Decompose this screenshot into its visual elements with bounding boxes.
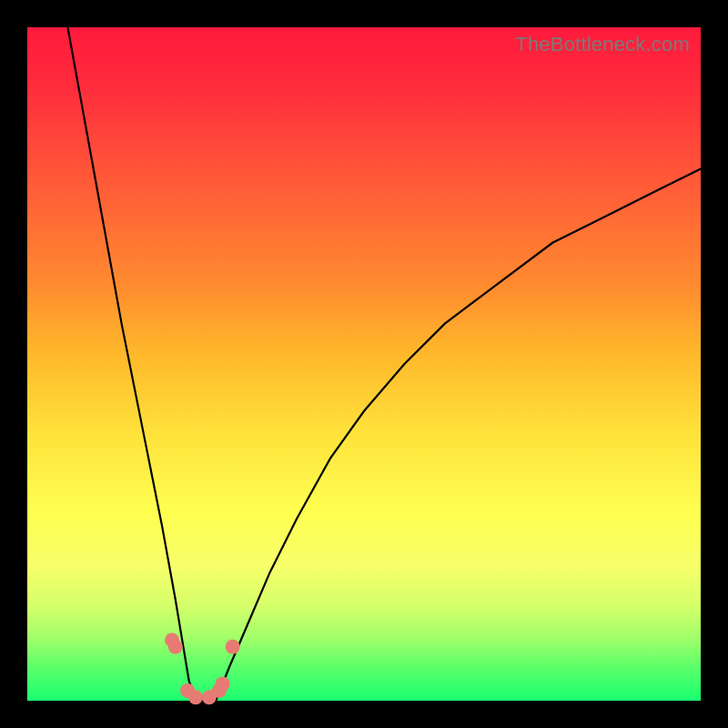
data-marker	[216, 677, 230, 692]
data-marker	[188, 690, 203, 704]
data-marker	[168, 640, 183, 654]
curve-left	[67, 27, 196, 701]
data-marker	[226, 640, 240, 654]
plot-area: TheBottleneck.com	[27, 27, 701, 701]
chart-frame: TheBottleneck.com	[0, 0, 728, 728]
curve-layer	[27, 27, 701, 701]
curve-right	[216, 168, 701, 701]
